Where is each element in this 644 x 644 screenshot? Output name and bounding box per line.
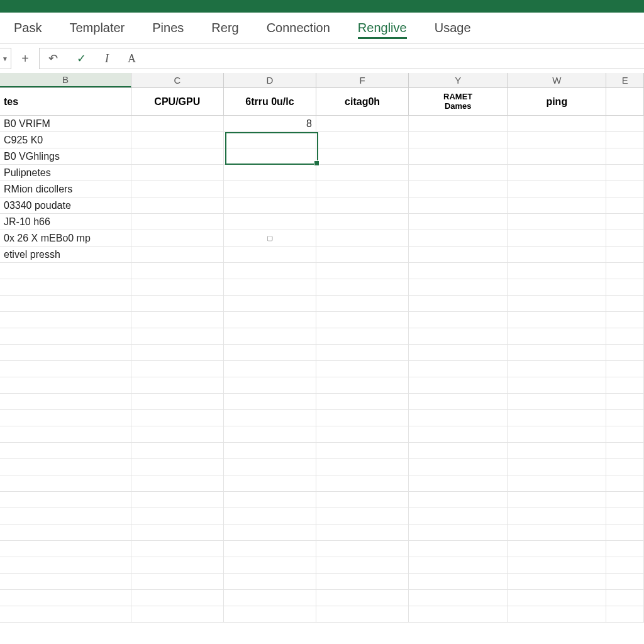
cell[interactable] xyxy=(606,345,644,361)
cell[interactable] xyxy=(508,525,606,541)
cell[interactable] xyxy=(409,508,508,525)
cell[interactable] xyxy=(316,443,409,459)
cell[interactable] xyxy=(131,443,224,459)
cell[interactable] xyxy=(224,296,316,312)
cell[interactable] xyxy=(606,377,644,394)
cell[interactable] xyxy=(606,328,644,345)
cell[interactable] xyxy=(0,296,131,312)
cell[interactable] xyxy=(508,361,606,377)
cell[interactable] xyxy=(508,230,606,247)
cell[interactable] xyxy=(131,394,224,410)
cell[interactable] xyxy=(224,328,316,345)
cell[interactable]: B0 VGhlings xyxy=(0,148,131,165)
cell[interactable]: Pulipnetes xyxy=(0,165,131,181)
cell[interactable] xyxy=(316,345,409,361)
cell[interactable] xyxy=(508,590,606,606)
cell[interactable] xyxy=(224,508,316,525)
cell[interactable] xyxy=(508,328,606,345)
cell[interactable] xyxy=(0,574,131,590)
header-citag[interactable]: citag0h xyxy=(316,88,409,116)
italic-icon[interactable]: I xyxy=(101,52,113,65)
cell[interactable] xyxy=(316,508,409,525)
cell[interactable] xyxy=(409,606,508,623)
cell[interactable] xyxy=(606,410,644,426)
cell[interactable] xyxy=(508,541,606,557)
cell[interactable] xyxy=(606,279,644,296)
cell[interactable]: 03340 poudate xyxy=(0,197,131,214)
cell[interactable] xyxy=(316,165,409,181)
cell[interactable] xyxy=(316,361,409,377)
cell[interactable] xyxy=(0,590,131,606)
cell[interactable] xyxy=(131,525,224,541)
cell[interactable] xyxy=(0,394,131,410)
cell[interactable] xyxy=(508,410,606,426)
header-e[interactable] xyxy=(606,88,644,116)
cell[interactable] xyxy=(131,459,224,475)
cell[interactable] xyxy=(131,230,224,247)
tab-renglive[interactable]: Renglive xyxy=(344,13,421,44)
cell[interactable] xyxy=(508,132,606,148)
cell[interactable] xyxy=(224,247,316,263)
cell[interactable] xyxy=(131,296,224,312)
cell[interactable] xyxy=(606,247,644,263)
cell[interactable] xyxy=(508,312,606,328)
cell[interactable] xyxy=(224,214,316,230)
cell[interactable] xyxy=(606,525,644,541)
cell[interactable] xyxy=(508,247,606,263)
cell[interactable] xyxy=(606,361,644,377)
cell[interactable] xyxy=(224,377,316,394)
cell[interactable] xyxy=(316,394,409,410)
cell[interactable] xyxy=(316,148,409,165)
cell[interactable] xyxy=(316,214,409,230)
tab-pines[interactable]: Pines xyxy=(138,13,197,44)
cell[interactable] xyxy=(409,541,508,557)
cell[interactable] xyxy=(131,377,224,394)
cell[interactable] xyxy=(508,443,606,459)
tab-connection[interactable]: Connection xyxy=(253,13,344,44)
cell[interactable] xyxy=(316,606,409,623)
cell[interactable] xyxy=(316,459,409,475)
formula-input[interactable] xyxy=(151,53,640,64)
cell[interactable]: etivel pressh xyxy=(0,247,131,263)
cell[interactable] xyxy=(409,165,508,181)
cell[interactable]: B0 VRIFM xyxy=(0,116,131,132)
cell[interactable] xyxy=(508,116,606,132)
header-ping[interactable]: ping xyxy=(508,88,606,116)
cell[interactable] xyxy=(508,165,606,181)
name-box[interactable]: ▼ xyxy=(0,48,11,69)
cell[interactable] xyxy=(0,492,131,508)
cell[interactable] xyxy=(131,328,224,345)
cell[interactable] xyxy=(409,525,508,541)
cell[interactable] xyxy=(224,557,316,574)
cell[interactable] xyxy=(131,181,224,197)
cell[interactable] xyxy=(224,148,316,165)
cell[interactable] xyxy=(409,296,508,312)
cell[interactable] xyxy=(0,606,131,623)
cell[interactable] xyxy=(606,181,644,197)
undo-icon[interactable]: ↶ xyxy=(45,52,62,65)
cell[interactable] xyxy=(316,230,409,247)
cell[interactable] xyxy=(131,541,224,557)
cell[interactable] xyxy=(224,312,316,328)
cell[interactable] xyxy=(316,574,409,590)
cell[interactable] xyxy=(409,247,508,263)
cell[interactable] xyxy=(316,426,409,443)
cell[interactable] xyxy=(316,132,409,148)
cell[interactable] xyxy=(0,557,131,574)
cell[interactable] xyxy=(131,247,224,263)
cell[interactable] xyxy=(508,279,606,296)
cell[interactable] xyxy=(508,508,606,525)
cell[interactable] xyxy=(508,459,606,475)
cell[interactable] xyxy=(316,197,409,214)
cell[interactable] xyxy=(224,197,316,214)
cell[interactable]: JR-10 h66 xyxy=(0,214,131,230)
cell[interactable] xyxy=(508,394,606,410)
header-cpu-gpu[interactable]: CPU/GPU xyxy=(131,88,224,116)
cell[interactable] xyxy=(409,475,508,492)
cell[interactable] xyxy=(316,492,409,508)
cell[interactable] xyxy=(606,116,644,132)
cell[interactable]: C925 K0 xyxy=(0,132,131,148)
cell[interactable] xyxy=(508,263,606,279)
header-6trru[interactable]: 6trru 0u/lc xyxy=(224,88,316,116)
cell[interactable] xyxy=(131,116,224,132)
